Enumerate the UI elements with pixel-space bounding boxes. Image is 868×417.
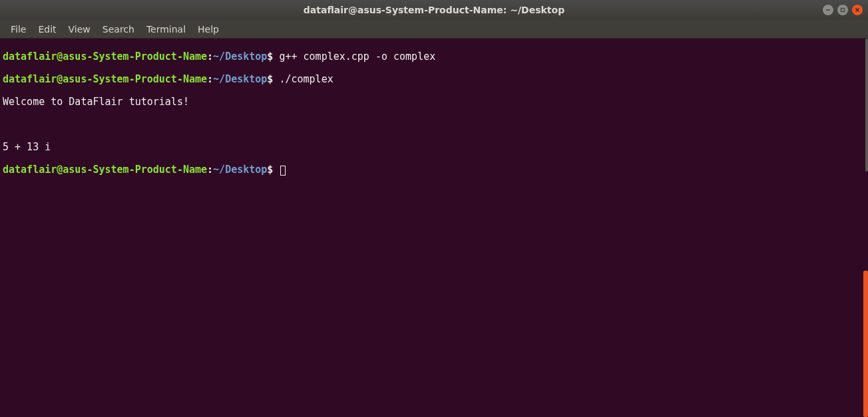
command-text <box>273 164 279 176</box>
prompt-dir: /Desktop <box>219 51 267 63</box>
prompt-user-host: dataflair@asus-System-Product-Name <box>3 51 207 63</box>
scrollbar-thumb-orange[interactable] <box>863 271 868 417</box>
menu-search[interactable]: Search <box>97 23 140 36</box>
terminal-line: dataflair@asus-System-Product-Name:~/Des… <box>3 51 865 63</box>
terminal-blank-line <box>3 119 865 130</box>
prompt-colon: : <box>207 164 213 176</box>
window-controls <box>823 5 863 15</box>
close-button[interactable] <box>852 5 863 15</box>
terminal-output: 5 + 13 i <box>3 142 865 153</box>
maximize-button[interactable] <box>837 5 848 15</box>
scrollbar-thumb-grey[interactable] <box>865 39 868 172</box>
command-text: g++ complex.cpp -o complex <box>273 51 435 63</box>
menu-view[interactable]: View <box>63 23 96 36</box>
prompt-colon: : <box>207 51 213 63</box>
scrollbar-track[interactable] <box>863 39 868 417</box>
menu-terminal[interactable]: Terminal <box>141 23 191 36</box>
minimize-button[interactable] <box>823 5 833 15</box>
titlebar: dataflair@asus-System-Product-Name: ~/De… <box>0 0 868 20</box>
menubar: File Edit View Search Terminal Help <box>0 20 868 39</box>
window-title: dataflair@asus-System-Product-Name: ~/De… <box>304 5 564 15</box>
cursor-icon <box>280 166 286 176</box>
menu-file[interactable]: File <box>5 23 31 36</box>
prompt-colon: : <box>207 73 213 85</box>
menu-help[interactable]: Help <box>192 23 224 36</box>
command-text: ./complex <box>273 73 333 85</box>
prompt-user-host: dataflair@asus-System-Product-Name <box>3 73 207 85</box>
terminal-line: dataflair@asus-System-Product-Name:~/Des… <box>3 74 865 85</box>
prompt-tilde: ~ <box>213 73 219 85</box>
prompt-tilde: ~ <box>213 164 219 176</box>
svg-rect-1 <box>841 9 845 12</box>
terminal-line: dataflair@asus-System-Product-Name:~/Des… <box>3 164 865 176</box>
prompt-dir: /Desktop <box>219 73 267 85</box>
terminal-area[interactable]: dataflair@asus-System-Product-Name:~/Des… <box>0 39 868 417</box>
menu-edit[interactable]: Edit <box>33 23 61 36</box>
terminal-output: Welcome to DataFlair tutorials! <box>3 96 865 108</box>
prompt-tilde: ~ <box>213 51 219 63</box>
prompt-dir: /Desktop <box>219 164 267 176</box>
prompt-user-host: dataflair@asus-System-Product-Name <box>3 164 207 176</box>
